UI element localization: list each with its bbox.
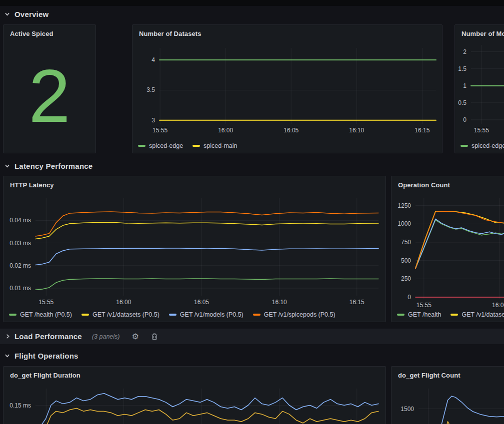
chevron-down-icon	[4, 353, 10, 359]
y-tick-label: 0	[408, 294, 411, 301]
y-tick-label: 2	[463, 48, 466, 55]
y-tick-label: 3	[152, 117, 155, 124]
y-tick-label: 0.15 ms	[10, 402, 31, 409]
http-latency-legend: GET /health (P0.5)GET /v1/datasets (P0.5…	[9, 311, 384, 318]
y-tick-label: 3.5	[146, 86, 155, 93]
series-line-count-main	[430, 422, 504, 424]
legend-item[interactable]: spiced-edge	[138, 142, 183, 149]
x-tick-label: 16:00	[218, 127, 233, 134]
series-line-GET /v1/models (P0.5)	[36, 248, 378, 265]
number-of-models-canvas[interactable]: 00.511.5215:5516:00	[455, 25, 504, 153]
series-line-GET /v1/datasets	[416, 211, 504, 268]
http-latency-canvas[interactable]: 0.01 ms0.02 ms0.03 ms0.04 ms15:5516:0016…	[4, 176, 386, 322]
number-of-models-legend: spiced-edge	[460, 142, 504, 149]
section-label-overview: Overview	[14, 10, 48, 18]
number-of-datasets-canvas[interactable]: 33.5415:5516:0016:0516:1016:15	[132, 25, 442, 153]
y-tick-label: 0.02 ms	[10, 262, 31, 269]
section-label-latency-performance: Latency Performance	[14, 162, 92, 170]
x-tick-label: 15:55	[152, 127, 168, 134]
x-tick-label: 16:10	[349, 127, 364, 134]
legend-label: spiced-edge	[472, 142, 504, 149]
legend-item[interactable]: spiced-main	[192, 142, 237, 149]
x-tick-label: 15:55	[474, 127, 489, 134]
y-tick-label: 0.04 ms	[10, 217, 31, 224]
operation-count-legend: GET /healthGET /v1/datasetsGET /v1/model…	[397, 311, 504, 318]
legend-swatch	[9, 314, 16, 316]
panel-count-note: (3 panels)	[92, 333, 120, 340]
x-tick-label: 16:15	[414, 127, 430, 134]
y-tick-label: 0	[463, 116, 466, 123]
chart-number-of-datasets[interactable]: 33.5415:5516:0016:0516:1016:15	[132, 25, 442, 153]
panel-do-get-flight-duration: do_get Flight Duration 0.15 ms15:5516:00…	[3, 366, 386, 424]
panel-http-latency: HTTP Latency 0.01 ms0.02 ms0.03 ms0.04 m…	[3, 176, 386, 322]
chart-number-of-models[interactable]: 00.511.5215:5516:00	[455, 25, 504, 153]
y-tick-label: 0.5	[458, 99, 466, 106]
legend-label: spiced-edge	[149, 142, 183, 149]
x-tick-label: 16:00	[492, 302, 504, 309]
section-label-load-performance: Load Performance	[14, 332, 82, 341]
section-header-load-performance[interactable]: Load Performance (3 panels) ⚙	[0, 329, 504, 344]
legend-swatch	[450, 314, 458, 316]
y-tick-label: 750	[401, 239, 411, 246]
legend-swatch	[460, 145, 468, 147]
panel-number-of-models: Number of Models 00.511.5215:5516:00 spi…	[454, 24, 504, 153]
x-tick-label: 16:10	[272, 299, 287, 306]
legend-item[interactable]: GET /health	[397, 311, 441, 318]
legend-label: spiced-main	[204, 142, 237, 149]
series-line-GET /v1/models	[416, 219, 504, 268]
chevron-down-icon	[4, 11, 10, 17]
y-tick-label: 500	[401, 257, 411, 264]
panel-active-spiced: Active Spiced 2	[3, 24, 96, 153]
y-tick-label: 1.5	[458, 65, 466, 72]
legend-item[interactable]: GET /v1/models (P0.5)	[169, 311, 244, 318]
panel-title-http-latency: HTTP Latency	[10, 181, 54, 189]
panel-title-number-of-datasets: Number of Datasets	[139, 30, 202, 37]
panel-title-do-get-flight-count: do_get Flight Count	[398, 372, 460, 379]
stat-value-active-spiced: 2	[4, 42, 96, 150]
legend-item[interactable]: GET /health (P0.5)	[9, 311, 72, 318]
series-line-duration-p50-main	[36, 409, 378, 424]
panel-title-do-get-flight-duration: do_get Flight Duration	[10, 372, 80, 379]
y-tick-label: 1	[463, 82, 466, 89]
legend-item[interactable]: GET /v1/datasets	[450, 311, 504, 318]
legend-item[interactable]: GET /v1/datasets (P0.5)	[82, 311, 160, 318]
number-of-datasets-legend: spiced-edgespiced-main	[138, 142, 440, 149]
y-tick-label: 1500	[400, 406, 414, 413]
grafana-dashboard: { "colors": { "green": "#73BF69", "yello…	[0, 0, 504, 424]
legend-label: GET /health (P0.5)	[20, 311, 72, 318]
panel-title-number-of-models: Number of Models	[462, 30, 504, 37]
series-line-GET /v1/datasets (P0.5)	[36, 222, 378, 239]
section-header-latency-performance[interactable]: Latency Performance	[4, 159, 92, 172]
chart-operation-count[interactable]: 02505007501000125015:5516:0016:05	[392, 176, 504, 322]
chart-http-latency[interactable]: 0.01 ms0.02 ms0.03 ms0.04 ms15:5516:0016…	[4, 176, 386, 322]
trash-icon[interactable]	[151, 333, 158, 340]
legend-item[interactable]: spiced-edge	[460, 142, 504, 149]
y-tick-label: 250	[401, 275, 411, 282]
section-header-overview[interactable]: Overview	[4, 7, 48, 20]
panel-title-operation-count: Operation Count	[398, 181, 450, 189]
legend-label: GET /v1/spicepods (P0.5)	[264, 311, 336, 318]
panel-number-of-datasets: Number of Datasets 33.5415:5516:0016:051…	[132, 24, 442, 153]
section-label-flight-operations: Flight Operations	[14, 352, 78, 360]
series-line-GET /v1/spicepods	[416, 212, 504, 269]
chevron-down-icon	[4, 163, 10, 169]
legend-label: GET /v1/datasets (P0.5)	[92, 311, 160, 318]
legend-swatch	[253, 314, 260, 316]
panel-operation-count: Operation Count 02505007501000125015:551…	[391, 176, 504, 322]
series-line-GET /health	[416, 220, 504, 269]
legend-swatch	[138, 145, 146, 147]
legend-swatch	[397, 314, 404, 316]
operation-count-canvas[interactable]: 02505007501000125015:5516:0016:05	[392, 176, 504, 322]
legend-label: GET /v1/models (P0.5)	[180, 311, 244, 318]
legend-swatch	[192, 145, 200, 147]
gear-icon[interactable]: ⚙	[132, 333, 139, 341]
y-tick-label: 1250	[398, 202, 411, 209]
legend-item[interactable]: GET /v1/spicepods (P0.5)	[253, 311, 336, 318]
x-tick-label: 16:15	[350, 299, 364, 306]
series-line-count-edge	[418, 396, 504, 424]
y-tick-label: 1000	[398, 220, 411, 227]
legend-label: GET /v1/datasets	[462, 311, 504, 318]
top-bar	[0, 0, 504, 6]
x-tick-label: 16:00	[116, 299, 131, 306]
section-header-flight-operations[interactable]: Flight Operations	[4, 349, 78, 362]
